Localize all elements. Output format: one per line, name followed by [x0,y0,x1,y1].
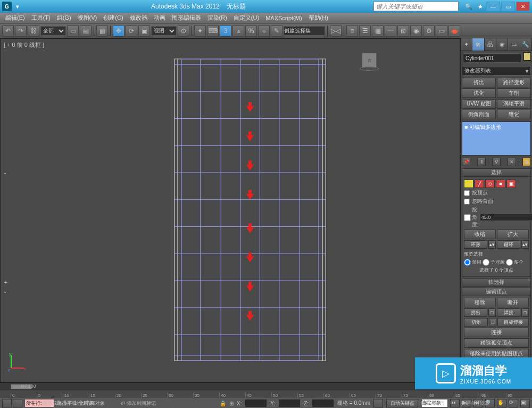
weld-settings-button[interactable]: □ [521,308,529,317]
schematic-button[interactable]: ⊞ [397,25,409,37]
mirror-button[interactable]: ▷◁ [330,25,342,37]
redo-button[interactable]: ↷ [15,25,27,37]
stack-unique-button[interactable]: ∀ [492,158,501,166]
rollout-soft-selection-header[interactable]: +软选择 [462,278,531,287]
maximize-button[interactable]: ▭ [501,2,515,11]
stack-show-end-button[interactable]: Ⅱ [477,158,486,166]
menu-group[interactable]: 组(G) [54,14,74,22]
preview-subobj-radio[interactable] [483,259,489,266]
mod-btn-taper[interactable]: 锥化 [497,110,531,119]
rotate-button[interactable]: ⟳ [126,25,137,37]
stack-pin-button[interactable]: 📌 [462,158,470,166]
subobj-border-button[interactable]: ◇ [485,179,495,188]
angle-snap-button[interactable]: ⟁ [232,25,244,37]
object-name-field[interactable]: Cylinder001 [463,53,521,63]
timeline-ruler[interactable]: 05101520253035404550556065707580859095 [0,390,532,398]
loop-button[interactable]: 循环 [497,240,520,249]
menu-customize[interactable]: 自定义(U) [230,14,262,22]
app-menu-icon[interactable]: ▾ [13,2,22,11]
keyboard-shortcut-button[interactable]: ⌨ [207,25,219,37]
subobj-polygon-button[interactable]: ■ [496,179,505,188]
help-search-input[interactable] [373,2,459,11]
by-vertex-checkbox[interactable] [464,190,470,196]
ring-button[interactable]: 环形 [464,240,487,249]
ref-coord-dropdown[interactable]: 视图 [151,26,177,36]
mod-btn-bevelprofile[interactable]: 倒角剖面 [462,110,496,119]
subobj-element-button[interactable]: ▣ [506,179,516,188]
mod-btn-turbosmooth[interactable]: 涡轮平滑 [497,99,531,109]
align-button[interactable]: ≡ [346,25,358,37]
mod-btn-uvwmap[interactable]: UVW 贴图 [462,99,496,109]
chamfer-settings-button[interactable]: □ [489,318,496,327]
menu-animation[interactable]: 动画 [151,14,169,22]
chamfer-vertex-button[interactable]: 切角 [464,318,488,327]
subobj-edge-button[interactable]: ╱ [475,179,484,188]
connect-vertex-button[interactable]: 连接 [464,328,529,337]
tab-hierarchy[interactable]: 品 [485,38,496,51]
minimize-button[interactable]: — [486,2,500,11]
extrude-settings-button[interactable]: □ [488,308,496,317]
menu-views[interactable]: 视图(V) [74,14,101,22]
tab-create[interactable]: ✦ [461,38,472,51]
move-button[interactable]: ✥ [113,25,124,37]
select-button[interactable]: ▭ [67,25,79,37]
ignore-backfacing-checkbox[interactable] [464,199,470,205]
selection-filter-dropdown[interactable]: 全部 [40,26,66,36]
loop-spinner[interactable]: ▴▾ [521,240,529,249]
window-crossing-button[interactable]: ▦ [96,25,108,37]
menu-maxscript[interactable]: MAXScript(M) [262,15,305,21]
percent-snap-button[interactable]: % [245,25,257,37]
stack-configure-button[interactable]: ▦ [522,158,531,166]
viewport[interactable]: [ + 0 前 0 线框 ] 前 [0,38,460,382]
object-color-swatch[interactable] [523,52,531,61]
modifier-list-dropdown[interactable]: 修改器列表▾ [462,66,531,76]
tab-display[interactable]: ▭ [508,38,520,51]
menu-help[interactable]: 帮助(H) [305,14,331,22]
tab-utilities[interactable]: 🔧 [520,38,532,51]
preview-multi-radio[interactable] [506,259,513,266]
rollout-selection-header[interactable]: -选择 [462,168,531,177]
stack-item-editable-poly[interactable]: ■ 可编辑多边形 [463,123,529,132]
graphite-button[interactable]: ▦ [372,25,384,37]
break-vertex-button[interactable]: 断开 [497,298,529,307]
target-weld-button[interactable]: 目标焊接 [497,318,529,327]
curve-editor-button[interactable]: 〰 [385,25,396,37]
scale-button[interactable]: ▣ [138,25,150,37]
preview-off-radio[interactable] [464,259,471,266]
subobj-vertex-button[interactable]: ∴ [464,179,473,188]
menu-graph-editors[interactable]: 图形编辑器 [169,14,204,22]
pivot-button[interactable]: ⊙ [178,25,189,37]
favorite-icon[interactable]: ★ [476,2,485,11]
weld-vertex-button[interactable]: 焊接 [497,308,520,317]
mod-btn-optimize[interactable]: 优化 [462,88,496,98]
stack-remove-button[interactable]: ✕ [508,158,516,166]
tab-motion[interactable]: ◉ [496,38,508,51]
link-button[interactable]: ⛓ [28,25,39,37]
edit-named-sel-button[interactable]: ✎ [271,25,282,37]
by-angle-value[interactable] [480,214,532,221]
render-setup-button[interactable]: ⚙ [423,25,435,37]
menu-edit[interactable]: 编辑(E) [2,14,28,22]
modifier-stack[interactable]: ■ 可编辑多边形 [462,121,531,156]
tab-modify[interactable]: 🛠 [472,38,484,51]
render-button[interactable]: 🫖 [448,25,460,37]
manipulate-button[interactable]: ✦ [194,25,206,37]
select-by-name-button[interactable]: ▤ [80,25,92,37]
rollout-edit-vertices-header[interactable]: -编辑顶点 [462,288,531,296]
menu-tools[interactable]: 工具(T) [28,14,54,22]
shrink-button[interactable]: 收缩 [464,230,496,239]
by-angle-checkbox[interactable] [464,214,471,221]
snap-toggle-button[interactable]: 3 [220,25,231,37]
search-icon[interactable]: 🔍 [464,2,473,11]
close-button[interactable]: ✕ [516,2,530,11]
undo-button[interactable]: ↶ [2,25,14,37]
mod-btn-extrude[interactable]: 挤出 [462,78,496,87]
named-selection-input[interactable] [284,26,325,36]
extrude-vertex-button[interactable]: 挤出 [464,308,487,317]
material-editor-button[interactable]: ◉ [410,25,422,37]
menu-modifiers[interactable]: 修改器 [127,14,151,22]
grow-button[interactable]: 扩大 [497,230,529,239]
ring-spinner[interactable]: ▴▾ [488,240,496,249]
render-frame-button[interactable]: ▭ [436,25,447,37]
mod-btn-pathdeform[interactable]: 路径变形 [497,78,531,87]
